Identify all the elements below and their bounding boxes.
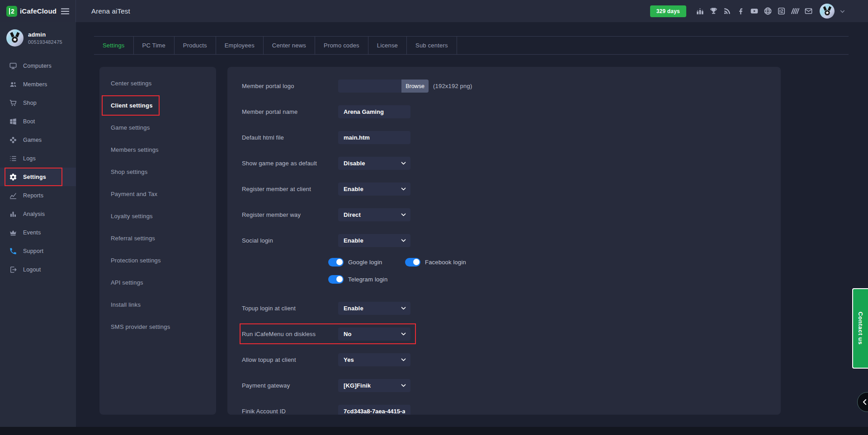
games-icon bbox=[9, 136, 17, 144]
settings-menu-item-label: Payment and Tax bbox=[111, 191, 157, 197]
tab-license[interactable]: License bbox=[368, 37, 407, 54]
register-member-at-client-select[interactable]: Enable bbox=[338, 182, 410, 196]
settings-menu-item-label: Game settings bbox=[111, 124, 150, 131]
i2-logo-icon bbox=[777, 7, 786, 15]
member-portal-name-input[interactable] bbox=[338, 105, 410, 118]
boot-icon bbox=[9, 117, 17, 126]
select-chevron-icon bbox=[401, 238, 406, 243]
form-row-show-game-page-as-default: Show game page as defaultDisable bbox=[227, 150, 781, 176]
logo-area: 2 iCafeCloud bbox=[0, 0, 76, 22]
logout-icon bbox=[9, 266, 17, 274]
topup-login-at-client-select[interactable]: Enable bbox=[338, 302, 410, 315]
rss-icon bbox=[723, 7, 731, 15]
social-login-select[interactable]: Enable bbox=[338, 234, 410, 247]
show-game-page-as-default-select[interactable]: Disable bbox=[338, 157, 410, 170]
settings-menu-item-loyalty-settings[interactable]: Loyalty settings bbox=[99, 205, 216, 227]
sidebar-item-logs[interactable]: Logs bbox=[0, 149, 76, 168]
settings-menu-item-referral-settings[interactable]: Referral settings bbox=[99, 227, 216, 249]
settings-menu-item-install-links[interactable]: Install links bbox=[99, 294, 216, 316]
select-value: Yes bbox=[344, 356, 354, 363]
reports-icon bbox=[9, 192, 17, 200]
telegram-login-toggle[interactable] bbox=[328, 275, 344, 284]
payment-gateway-select[interactable]: [KG]Finik bbox=[338, 379, 410, 392]
run-icafemenu-on-diskless-select[interactable]: No bbox=[338, 327, 410, 341]
analysis-icon bbox=[9, 210, 17, 218]
sidebar-menu: ComputersMembersShopBootGamesLogsSetting… bbox=[0, 56, 76, 279]
tab-center-news[interactable]: Center news bbox=[264, 37, 315, 54]
settings-menu-item-api-settings[interactable]: API settings bbox=[99, 271, 216, 294]
tab-sub-centers[interactable]: Sub centers bbox=[407, 37, 457, 54]
settings-menu-item-label: Members settings bbox=[111, 146, 159, 153]
user-avatar[interactable] bbox=[820, 4, 835, 19]
settings-menu-item-game-settings[interactable]: Game settings bbox=[99, 117, 216, 139]
facebook-login-toggle[interactable] bbox=[405, 258, 420, 267]
select-chevron-icon bbox=[401, 383, 406, 388]
select-value: Direct bbox=[344, 211, 361, 218]
finik-account-id-input[interactable] bbox=[338, 405, 410, 415]
form-row-run-icafemenu-on-diskless: Run iCafeMenu on disklessNo bbox=[227, 321, 781, 347]
form-row-finik-account-id: Finik Account ID bbox=[227, 398, 781, 415]
user-name: admin bbox=[28, 31, 62, 38]
user-profile[interactable]: admin 005193482475 bbox=[0, 22, 76, 53]
sidebar-item-computers[interactable]: Computers bbox=[0, 56, 76, 75]
toggle-label: Google login bbox=[348, 259, 382, 266]
toggle-label: Telegram login bbox=[348, 276, 387, 283]
field-label: Default html file bbox=[242, 134, 338, 141]
hamburger-menu-icon[interactable] bbox=[60, 6, 70, 16]
sidebar-item-settings[interactable]: Settings bbox=[0, 168, 76, 186]
chevron-down-icon[interactable] bbox=[840, 8, 845, 14]
settings-menu-item-protection-settings[interactable]: Protection settings bbox=[99, 249, 216, 271]
facebook-icon bbox=[736, 7, 745, 15]
settings-menu-item-members-settings[interactable]: Members settings bbox=[99, 139, 216, 161]
allow-topup-at-client-select[interactable]: Yes bbox=[338, 353, 410, 366]
sidebar-item-boot[interactable]: Boot bbox=[0, 112, 76, 131]
sidebar-item-label: Analysis bbox=[23, 211, 45, 217]
sidebar-item-events[interactable]: Events bbox=[0, 223, 76, 242]
select-value: No bbox=[344, 331, 352, 337]
icafecloud-logo-icon: 2 bbox=[6, 6, 17, 17]
tab-bar: SettingsPC TimeProductsEmployeesCenter n… bbox=[94, 36, 849, 55]
sidebar-item-label: Games bbox=[23, 137, 42, 143]
settings-menu-item-label: Loyalty settings bbox=[111, 213, 153, 220]
form-row-member-portal-logo: Member portal logoBrowse(192x192 png) bbox=[227, 73, 781, 99]
page-title: Arena aiTest bbox=[91, 7, 130, 15]
sidebar-item-analysis[interactable]: Analysis bbox=[0, 205, 76, 223]
contact-us-button[interactable]: Contact us bbox=[852, 288, 868, 369]
license-days-badge[interactable]: 329 days bbox=[650, 5, 686, 17]
sidebar-item-games[interactable]: Games bbox=[0, 131, 76, 149]
settings-menu-item-label: Center settings bbox=[111, 80, 151, 87]
sidebar-item-reports[interactable]: Reports bbox=[0, 186, 76, 205]
tab-products[interactable]: Products bbox=[175, 37, 216, 54]
avatar bbox=[6, 29, 24, 47]
tab-employees[interactable]: Employees bbox=[216, 37, 264, 54]
settings-menu-item-client-settings[interactable]: Client settings bbox=[99, 94, 216, 117]
google-login-toggle[interactable] bbox=[328, 258, 344, 267]
settings-menu-item-shop-settings[interactable]: Shop settings bbox=[99, 161, 216, 183]
tab-pc-time[interactable]: PC Time bbox=[134, 37, 175, 54]
settings-menu-item-center-settings[interactable]: Center settings bbox=[99, 72, 216, 94]
form-row-default-html-file: Default html file bbox=[227, 125, 781, 150]
sidebar-item-support[interactable]: Support bbox=[0, 242, 76, 260]
tab-promo-codes[interactable]: Promo codes bbox=[315, 37, 368, 54]
computers-icon bbox=[9, 62, 17, 70]
sidebar-item-label: Support bbox=[23, 248, 43, 254]
sidebar-item-label: Logout bbox=[23, 267, 41, 273]
user-id: 005193482475 bbox=[28, 39, 62, 45]
form-row-social-login: Social loginEnable bbox=[227, 228, 781, 253]
sidebar-item-logout[interactable]: Logout bbox=[0, 260, 76, 279]
member-portal-logo-file-input[interactable] bbox=[338, 80, 401, 93]
tab-settings[interactable]: Settings bbox=[94, 37, 134, 54]
browse-button[interactable]: Browse bbox=[401, 80, 429, 93]
sidebar-item-members[interactable]: Members bbox=[0, 75, 76, 94]
register-member-way-select[interactable]: Direct bbox=[338, 208, 410, 221]
toggle-facebook-login: Facebook login bbox=[405, 258, 482, 267]
header-right: 329 days bbox=[650, 4, 868, 19]
default-html-file-input[interactable] bbox=[338, 131, 410, 144]
settings-menu-item-sms-provider-settings[interactable]: SMS provider settings bbox=[99, 316, 216, 338]
settings-menu-item-payment-and-tax[interactable]: Payment and Tax bbox=[99, 183, 216, 205]
field-label: Register member at client bbox=[242, 186, 338, 192]
collapse-widget-button[interactable] bbox=[857, 392, 868, 412]
settings-menu-item-label: Protection settings bbox=[111, 257, 161, 264]
sidebar-item-shop[interactable]: Shop bbox=[0, 94, 76, 112]
sidebar-item-label: Boot bbox=[23, 118, 35, 125]
